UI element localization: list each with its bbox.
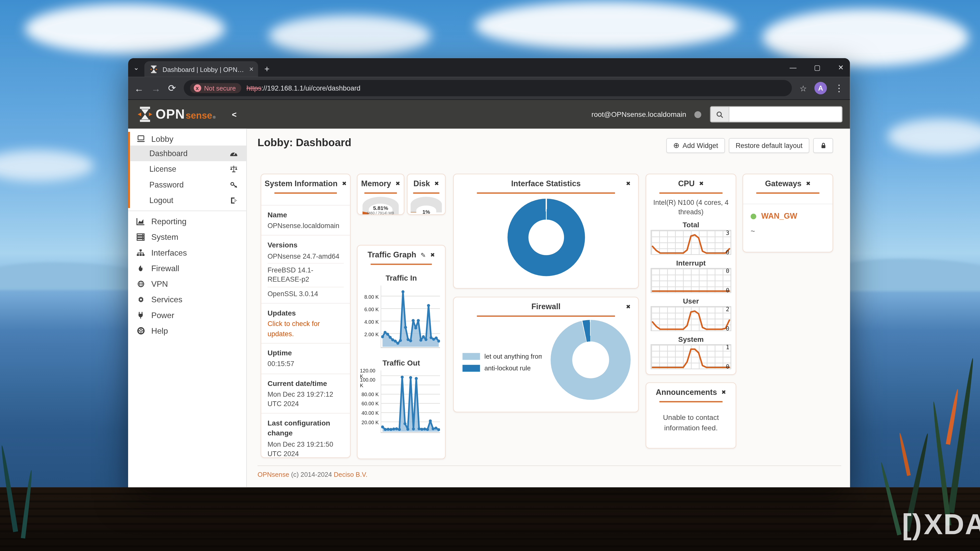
close-icon[interactable]: ✖ xyxy=(430,252,435,258)
profile-avatar[interactable]: A xyxy=(815,82,827,94)
sysinfo-row: Current date/time Mon Dec 23 19:27:12 UT… xyxy=(261,373,350,413)
sidebar-item-label: License xyxy=(149,165,229,173)
gateway-name-link[interactable]: WAN_GW xyxy=(761,212,797,221)
back-icon[interactable]: ← xyxy=(135,83,144,94)
tab-bar: ⌄ Dashboard | Lobby | OPNsense ✕ + — ▢ ✕ xyxy=(128,58,850,77)
deciso-link[interactable]: Deciso B.V. xyxy=(334,470,368,478)
sidebar-item-services[interactable]: Services xyxy=(128,292,246,307)
plus-circle-icon: ⊕ xyxy=(673,141,679,150)
logged-in-user: root@OPNsense.localdomain xyxy=(592,110,686,118)
tab-close-icon[interactable]: ✕ xyxy=(249,66,254,72)
widget-title: Traffic Graph xyxy=(368,251,416,259)
new-tab-button[interactable]: + xyxy=(264,64,269,77)
widget-interface-statistics: Interface Statistics✖ xyxy=(453,174,639,289)
restore-layout-button[interactable]: Restore default layout xyxy=(729,138,809,153)
close-icon[interactable]: ✖ xyxy=(699,181,703,187)
sidebar-item-interfaces[interactable]: Interfaces xyxy=(128,245,246,260)
sidebar-item-vpn[interactable]: VPN xyxy=(128,276,246,292)
globe-icon xyxy=(135,280,145,288)
sidebar-item-label: Password xyxy=(149,180,229,189)
forward-icon[interactable]: → xyxy=(151,83,161,94)
sidebar-item-logout[interactable]: Logout xyxy=(130,192,246,208)
legend-item: let out anything from f xyxy=(463,352,542,360)
sysinfo-row: Last configuration change Mon Dec 23 19:… xyxy=(261,413,350,458)
sidebar-item-help[interactable]: Help xyxy=(128,323,246,338)
sidebar-item-label: Firewall xyxy=(151,264,180,273)
widget-title: Disk xyxy=(414,179,430,188)
close-icon[interactable]: ✖ xyxy=(342,181,347,187)
dock-planks xyxy=(0,487,980,551)
close-icon[interactable]: ✖ xyxy=(434,181,439,187)
sidebar-item-system[interactable]: System xyxy=(128,229,246,245)
reed-orange xyxy=(898,432,911,476)
cpu-section-title: Total xyxy=(646,221,735,228)
browser-tab[interactable]: Dashboard | Lobby | OPNsense ✕ xyxy=(145,61,258,77)
announcements-message: Unable to contact information feed. xyxy=(646,402,735,433)
widget-gateways: Gateways✖ WAN_GW ~ xyxy=(742,174,833,252)
status-dot xyxy=(694,111,701,118)
lock-layout-button[interactable] xyxy=(813,138,833,153)
sidebar-item-license[interactable]: License xyxy=(130,161,246,177)
sidebar-item-label: Dashboard xyxy=(149,149,229,158)
mountain xyxy=(831,259,980,291)
reload-icon[interactable]: ⟳ xyxy=(168,83,176,94)
cpu-total-chart: 30 xyxy=(651,230,731,254)
traffic-in-chart: 2.00 K4.00 K6.00 K8.00 K xyxy=(360,286,440,348)
traffic-in-title: Traffic In xyxy=(358,274,445,283)
widget-title: Memory xyxy=(361,179,391,188)
gear-icon xyxy=(135,295,145,303)
widget-traffic-graph: Traffic Graph ✎ ✖ Traffic In 2.00 K4.00 … xyxy=(357,245,445,459)
page-title: Lobby: Dashboard xyxy=(258,137,352,149)
disk-gauge: 1% xyxy=(410,197,442,215)
add-widget-label: Add Widget xyxy=(682,142,718,149)
sidebar-collapse-icon[interactable]: < xyxy=(232,110,237,119)
desktop: [)XDA ⌄ Dashboard | Lobby | OPNsense ✕ +… xyxy=(0,0,980,551)
opnsense-link[interactable]: OPNsense xyxy=(258,470,289,478)
sidebar-item-label: Logout xyxy=(149,196,229,205)
close-icon[interactable]: ✖ xyxy=(395,181,400,187)
sidebar-item-reporting[interactable]: Reporting xyxy=(128,214,246,229)
legend-label: anti-lockout rule xyxy=(484,364,531,372)
check-updates-link[interactable]: Click to check for updates. xyxy=(267,319,344,338)
sidebar-divider xyxy=(128,210,246,211)
close-icon[interactable]: ✖ xyxy=(721,389,726,395)
widget-disk: Disk✖ 1% xyxy=(407,174,445,215)
opnsense-header: OPNsense® < root@OPNsense.localdomain xyxy=(128,100,850,129)
not-secure-chip[interactable]: x Not secure xyxy=(189,83,242,93)
sidebar-item-password[interactable]: Password xyxy=(130,177,246,192)
sysinfo-row: Uptime 00:15:57 xyxy=(261,343,350,373)
close-icon[interactable]: ✖ xyxy=(806,181,811,187)
restore-layout-label: Restore default layout xyxy=(735,142,802,149)
search-input[interactable] xyxy=(729,107,842,122)
tab-search-chevron-icon[interactable]: ⌄ xyxy=(128,64,145,77)
sidebar-item-power[interactable]: Power xyxy=(128,307,246,323)
sitemap-icon xyxy=(135,249,145,257)
sidebar-item-lobby[interactable]: Lobby xyxy=(130,132,246,146)
sidebar-group-lobby: Lobby Dashboard License Password xyxy=(128,132,246,208)
close-icon[interactable]: ✖ xyxy=(626,181,631,187)
window-minimize-button[interactable]: — xyxy=(790,64,797,71)
window-maximize-button[interactable]: ▢ xyxy=(814,64,820,72)
widget-title: Gateways xyxy=(765,179,802,188)
address-bar[interactable]: x Not secure https://192.168.1.1/ui/core… xyxy=(183,80,792,96)
sidebar-item-firewall[interactable]: Firewall xyxy=(128,260,246,276)
cpu-section-title: Interrupt xyxy=(646,259,735,267)
cloud xyxy=(762,9,969,66)
firewall-donut xyxy=(551,320,631,400)
close-icon[interactable]: ✖ xyxy=(626,303,631,310)
page-footer: OPNsense (c) 2014-2024 Deciso B.V. xyxy=(258,465,841,478)
traffic-out-title: Traffic Out xyxy=(358,359,445,367)
sidebar-item-dashboard[interactable]: Dashboard xyxy=(130,146,246,161)
edit-pencil-icon[interactable]: ✎ xyxy=(421,251,426,259)
browser-menu-icon[interactable]: ⋮ xyxy=(834,83,844,94)
memory-detail: (460 / 7914) MB xyxy=(363,211,399,215)
window-close-button[interactable]: ✕ xyxy=(838,64,844,72)
widget-memory: Memory✖ 5.81%(460 / 7914) MB xyxy=(357,174,404,215)
sidebar-item-label: Lobby xyxy=(151,134,173,143)
cpu-model: Intel(R) N100 (4 cores, 4 threads) xyxy=(646,198,735,217)
widget-system-information: System Information✖ Name OPNsense.locald… xyxy=(261,174,351,458)
bookmark-star-icon[interactable]: ☆ xyxy=(800,83,807,93)
sidebar-item-label: Power xyxy=(151,310,174,320)
add-widget-button[interactable]: ⊕ Add Widget xyxy=(667,138,725,153)
cloud xyxy=(0,150,94,181)
